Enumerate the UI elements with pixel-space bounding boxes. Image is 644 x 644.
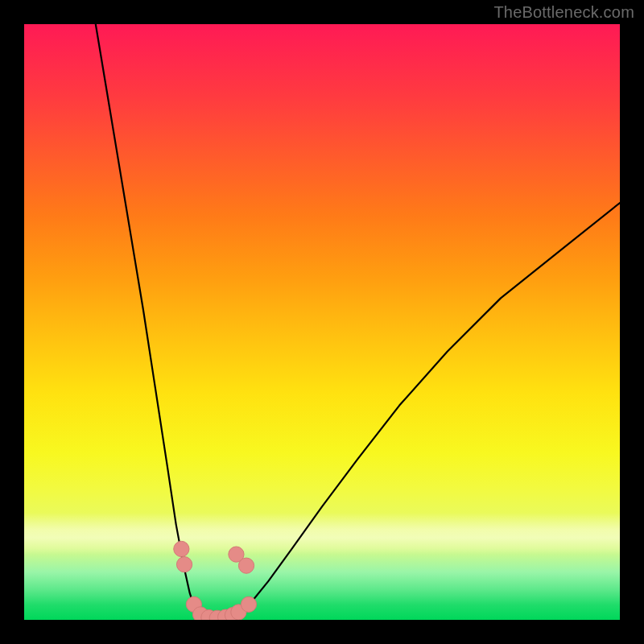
chart-frame: TheBottleneck.com (0, 0, 644, 644)
data-marker (238, 558, 254, 573)
data-marker (241, 597, 256, 612)
watermark-text: TheBottleneck.com (493, 3, 634, 22)
curve-group (96, 24, 620, 618)
data-marker (176, 557, 192, 572)
plot-area (24, 24, 620, 620)
bottleneck-curve (96, 24, 620, 618)
data-marker (174, 541, 189, 556)
curve-svg (24, 24, 620, 620)
